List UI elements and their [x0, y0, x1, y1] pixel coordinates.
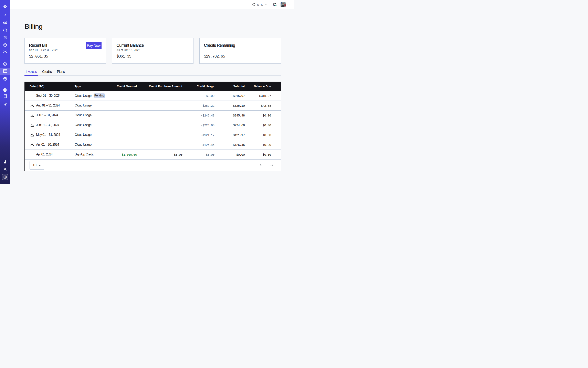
svg-text:$: $: [4, 176, 6, 178]
